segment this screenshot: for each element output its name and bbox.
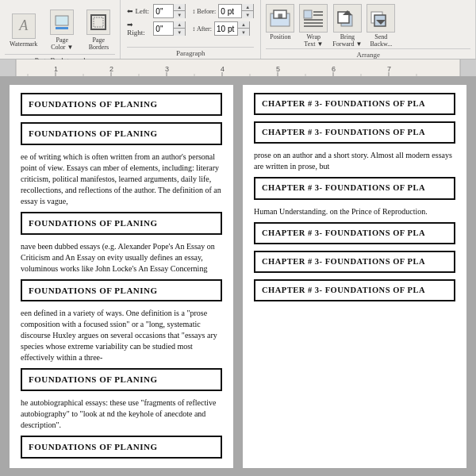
heading-4: FOUNDATIONS OF PLANING bbox=[21, 279, 222, 302]
ruler: 1 2 3 4 5 6 7 bbox=[0, 60, 476, 77]
section-6: FOUNDATIONS OF PLANING bbox=[21, 436, 222, 459]
heading-5: FOUNDATIONS OF PLANING bbox=[21, 368, 222, 391]
svg-rect-21 bbox=[460, 60, 476, 77]
svg-rect-7 bbox=[304, 10, 312, 18]
svg-text:7: 7 bbox=[387, 65, 391, 73]
after-spacing-input[interactable] bbox=[215, 25, 237, 33]
svg-text:2: 2 bbox=[109, 65, 113, 73]
r-heading-2: CHAPTER # 3- FOUNDATIONS OF PLA bbox=[254, 121, 455, 144]
after-spacing-down[interactable]: ▼ bbox=[238, 29, 249, 36]
body-3: nave been dubbed essays (e.g. Alexander … bbox=[21, 241, 222, 274]
r-heading-4: CHAPTER # 3- FOUNDATIONS OF PLA bbox=[254, 222, 455, 244]
r-heading-6: CHAPTER # 3- FOUNDATIONS OF PLA bbox=[254, 279, 455, 301]
svg-rect-20 bbox=[0, 60, 16, 77]
send-backward-label: SendBackw... bbox=[370, 34, 393, 48]
before-spacing-input[interactable] bbox=[219, 7, 241, 16]
heading-6: FOUNDATIONS OF PLANING bbox=[21, 436, 222, 459]
r-heading-3: CHAPTER # 3- FOUNDATIONS OF PLA bbox=[254, 177, 455, 199]
r-section-4: CHAPTER # 3- FOUNDATIONS OF PLA bbox=[254, 222, 455, 244]
svg-text:5: 5 bbox=[276, 65, 280, 73]
heading-3: FOUNDATIONS OF PLANING bbox=[21, 212, 222, 235]
heading-1: FOUNDATIONS OF PLANING bbox=[21, 93, 222, 116]
r-section-2: CHAPTER # 3- FOUNDATIONS OF PLA prose on… bbox=[254, 121, 455, 172]
r-body-3: Human Understanding. on the Prince of Re… bbox=[254, 206, 455, 217]
position-label: Position bbox=[270, 34, 290, 41]
left-indent-up[interactable]: ▲ bbox=[174, 4, 185, 11]
section-5: FOUNDATIONS OF PLANING he autobiographic… bbox=[21, 368, 222, 431]
right-page: CHAPTER # 3- FOUNDATIONS OF PLA CHAPTER … bbox=[243, 85, 466, 468]
svg-text:4: 4 bbox=[221, 65, 225, 73]
page-color-button[interactable]: Page Color ▼ bbox=[45, 6, 79, 54]
r-heading-1: CHAPTER # 3- FOUNDATIONS OF PLA bbox=[254, 93, 455, 115]
r-section-3: CHAPTER # 3- FOUNDATIONS OF PLA Human Un… bbox=[254, 177, 455, 217]
bring-forward-label: BringForward ▼ bbox=[332, 34, 362, 48]
left-page: FOUNDATIONS OF PLANING FOUNDATIONS OF PL… bbox=[10, 85, 233, 468]
r-heading-5: CHAPTER # 3- FOUNDATIONS OF PLA bbox=[254, 251, 455, 273]
arrange-label: Arrange bbox=[266, 48, 470, 59]
left-indent-down[interactable]: ▼ bbox=[174, 11, 185, 18]
page-borders-button[interactable]: Page Borders bbox=[82, 6, 115, 54]
section-4: FOUNDATIONS OF PLANING een defined in a … bbox=[21, 279, 222, 364]
toolbar: A Watermark Page Color ▼ bbox=[0, 0, 476, 60]
wrap-text-label: WrapText ▼ bbox=[304, 34, 323, 48]
r-section-6: CHAPTER # 3- FOUNDATIONS OF PLA bbox=[254, 279, 455, 301]
section-2: FOUNDATIONS OF PLANING ee of writing whi… bbox=[21, 122, 222, 207]
left-indent-input[interactable] bbox=[154, 7, 173, 16]
before-spacing-up[interactable]: ▲ bbox=[242, 4, 253, 11]
svg-rect-19 bbox=[0, 60, 476, 77]
position-button[interactable]: ▦ Position bbox=[266, 4, 294, 48]
send-backward-button[interactable]: SendBackw... bbox=[367, 4, 395, 48]
svg-text:▦: ▦ bbox=[278, 13, 283, 19]
r-section-1: CHAPTER # 3- FOUNDATIONS OF PLA bbox=[254, 93, 455, 115]
bring-forward-button[interactable]: BringForward ▼ bbox=[332, 4, 362, 48]
section-1: FOUNDATIONS OF PLANING bbox=[21, 93, 222, 116]
body-4: een defined in a variety of ways. One de… bbox=[21, 308, 222, 363]
svg-text:6: 6 bbox=[332, 65, 336, 73]
svg-text:1: 1 bbox=[54, 65, 58, 73]
section-3: FOUNDATIONS OF PLANING nave been dubbed … bbox=[21, 212, 222, 274]
watermark-button[interactable]: A Watermark bbox=[5, 10, 42, 51]
document-area: FOUNDATIONS OF PLANING FOUNDATIONS OF PL… bbox=[0, 77, 476, 476]
body-2: ee of writing which is often written fro… bbox=[21, 152, 222, 207]
heading-2: FOUNDATIONS OF PLANING bbox=[21, 122, 222, 145]
svg-text:3: 3 bbox=[165, 65, 169, 73]
after-spacing-up[interactable]: ▲ bbox=[238, 21, 249, 29]
r-section-5: CHAPTER # 3- FOUNDATIONS OF PLA bbox=[254, 251, 455, 273]
svg-rect-3 bbox=[94, 17, 103, 27]
arrange-icons: ▦ Position WrapText ▼ bbox=[266, 4, 395, 48]
right-indent-input[interactable] bbox=[154, 25, 173, 33]
paragraph-label: Paragraph bbox=[127, 47, 254, 57]
right-indent-down[interactable]: ▼ bbox=[174, 29, 185, 36]
right-indent-up[interactable]: ▲ bbox=[174, 21, 185, 29]
svg-rect-1 bbox=[56, 27, 68, 29]
r-body-2: prose on an author and a short story. Al… bbox=[254, 150, 455, 172]
wrap-text-button[interactable]: WrapText ▼ bbox=[299, 4, 328, 48]
svg-rect-0 bbox=[56, 16, 68, 25]
before-spacing-down[interactable]: ▼ bbox=[242, 11, 253, 18]
body-5: he autobiographical essays: these use "f… bbox=[21, 397, 222, 431]
